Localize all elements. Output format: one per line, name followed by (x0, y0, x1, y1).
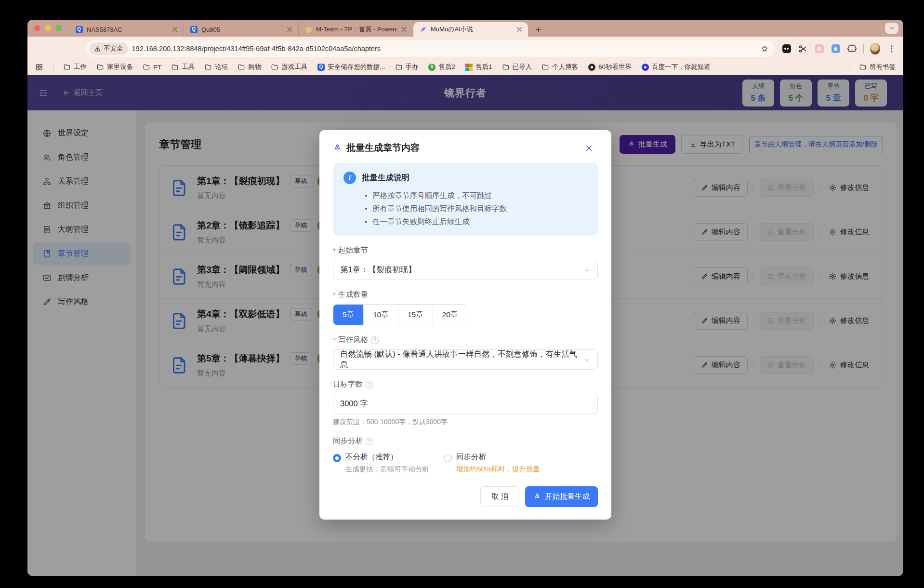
sync-radio-option[interactable]: 同步分析 增加约50%耗时，提升质量 (444, 452, 540, 474)
radio-icon (333, 454, 341, 462)
window-controls (34, 20, 62, 37)
qnap-favicon: Q (75, 26, 83, 33)
new-tab-button[interactable] (532, 23, 544, 36)
question-icon (366, 381, 373, 388)
folder-icon (238, 63, 245, 71)
bookmark-item[interactable]: 游戏工具 (271, 63, 307, 71)
bookmark-item[interactable]: 个人博客 (541, 63, 578, 71)
browser-tab[interactable]: MuMuのAI小说 (413, 22, 528, 37)
tab-title: M-Team - TP :: 首頁 - Powere (316, 25, 396, 34)
scissors-extension-icon[interactable] (798, 44, 808, 54)
tab-close-icon[interactable] (286, 26, 293, 33)
baidu-icon (641, 63, 649, 71)
qnap-favicon: Q (190, 26, 198, 33)
mumu-favicon (419, 26, 427, 33)
kebab-menu-icon[interactable] (886, 44, 897, 54)
puzzle-extensions-icon[interactable] (847, 44, 857, 54)
warning-icon (94, 45, 101, 53)
close-icon[interactable] (584, 144, 594, 153)
browser-window: Q NAS5878AC Q Qu805 M-Team - TP :: 首頁 - … (27, 20, 903, 576)
browser-tab[interactable]: M-Team - TP :: 首頁 - Powere (299, 22, 413, 37)
bookmarks-divider (849, 63, 849, 71)
bookmark-label: 百度一下，你就知道 (652, 63, 711, 71)
count-option[interactable]: 10章 (364, 305, 398, 325)
app-viewport: 返回主页 镜界行者 大纲 5 条 角色 5 个 章节 5 章 已写 0 字 世界… (27, 75, 903, 576)
bookmark-item[interactable]: 工具 (171, 63, 195, 71)
bookmark-item[interactable]: PT (143, 63, 161, 71)
avatar[interactable] (870, 44, 880, 54)
apps-grid-icon[interactable] (35, 63, 43, 71)
bookmark-label: 工具 (182, 63, 195, 71)
folder-icon (541, 63, 549, 71)
all-bookmarks-label: 所有书签 (870, 63, 896, 71)
bookmark-label: 论坛 (215, 63, 228, 71)
bookmark-item[interactable]: Q 安全储存您的数据... (317, 63, 385, 71)
modal-title: 批量生成章节内容 (346, 142, 420, 154)
count-option[interactable]: 15章 (398, 305, 433, 325)
blue-extension-icon[interactable] (831, 44, 841, 54)
question-icon (371, 336, 379, 344)
radio-desc: 生成更快，后续可手动分析 (345, 465, 429, 474)
batch-info-box: 批量生成说明 严格按章节序号顺序生成，不可跳过所有章节使用相同的写作风格和目标字… (333, 163, 598, 236)
tab-close-icon[interactable] (515, 26, 523, 33)
forward-button[interactable] (52, 42, 64, 55)
bookmark-item[interactable]: 60秒看世界 (588, 63, 632, 71)
bookmark-item[interactable]: S 售后2 (428, 63, 456, 71)
target-words-input[interactable] (333, 394, 598, 414)
bookmark-item[interactable]: 售后1 (465, 63, 492, 71)
minimize-window-button[interactable] (45, 25, 51, 31)
bookmark-item[interactable]: 论坛 (204, 63, 228, 71)
target-words-hint: 建议范围：500-10000字，默认3000字 (333, 418, 598, 427)
panda-extension-icon[interactable] (781, 44, 792, 54)
bookmark-item[interactable]: 百度一下，你就知道 (641, 63, 711, 71)
browser-tab[interactable]: Q Qu805 (184, 22, 299, 37)
radio-title: 同步分析 (456, 452, 540, 462)
folder-icon (502, 63, 510, 71)
folder-icon (204, 63, 212, 71)
bookmark-label: 手办 (406, 63, 419, 71)
tv-extension-icon[interactable] (814, 44, 824, 54)
bookmark-item[interactable]: 已导入 (502, 63, 532, 71)
bookmark-item[interactable]: 手办 (395, 63, 419, 71)
cat-icon (588, 63, 595, 71)
info-bullet: 任一章节失败则终止后续生成 (365, 215, 587, 228)
folder-icon (395, 63, 403, 71)
count-label: 生成数量 (333, 290, 598, 300)
tab-search-button[interactable] (885, 23, 898, 34)
address-bar[interactable]: 不安全 192.168.200.132:8848/project/4314ff9… (86, 40, 775, 57)
cancel-button[interactable]: 取 消 (480, 486, 519, 507)
all-bookmarks[interactable]: 所有书签 (859, 63, 896, 71)
radio-icon (444, 454, 452, 462)
sync-radio-option[interactable]: 不分析（推荐） 生成更快，后续可手动分析 (333, 452, 429, 474)
radio-desc: 增加约50%耗时，提升质量 (456, 465, 540, 474)
bookmark-item[interactable]: 购物 (238, 63, 261, 71)
tab-title: Qu805 (201, 26, 282, 33)
browser-tab[interactable]: Q NAS5878AC (69, 22, 184, 37)
tab-strip: Q NAS5878AC Q Qu805 M-Team - TP :: 首頁 - … (27, 20, 903, 37)
maximize-window-button[interactable] (55, 25, 62, 31)
bookmark-item[interactable]: 家里设备 (96, 63, 133, 71)
close-window-button[interactable] (34, 25, 40, 31)
tab-close-icon[interactable] (400, 26, 408, 33)
url-text: 192.168.200.132:8848/project/4314ff95-69… (132, 45, 757, 53)
tab-close-icon[interactable] (171, 26, 179, 33)
folder-icon (171, 63, 179, 71)
bookmark-item[interactable]: 工作 (63, 63, 87, 71)
folder-icon (63, 63, 71, 71)
style-select[interactable]: 自然流畅 (默认) - 像普通人讲故事一样自然，不刻意修饰，有生活气息 (333, 349, 598, 370)
start-batch-generate-button[interactable]: 开始批量生成 (525, 486, 598, 507)
start-chapter-select[interactable]: 第1章：【裂痕初现】 (333, 260, 598, 280)
info-title: 批量生成说明 (362, 173, 409, 183)
count-option[interactable]: 20章 (433, 305, 467, 325)
target-words-label: 目标字数 (333, 379, 598, 389)
bookmark-label: 购物 (248, 63, 261, 71)
folder-icon (859, 63, 867, 71)
reload-button[interactable] (69, 42, 81, 55)
start-chapter-label: 起始章节 (333, 245, 598, 255)
back-button[interactable] (34, 42, 47, 55)
rocket-icon (533, 493, 541, 501)
count-option[interactable]: 5章 (333, 305, 364, 325)
bookmark-label: 60秒看世界 (598, 63, 632, 71)
security-chip[interactable]: 不安全 (89, 42, 128, 55)
bookmark-star-icon[interactable] (760, 44, 769, 53)
